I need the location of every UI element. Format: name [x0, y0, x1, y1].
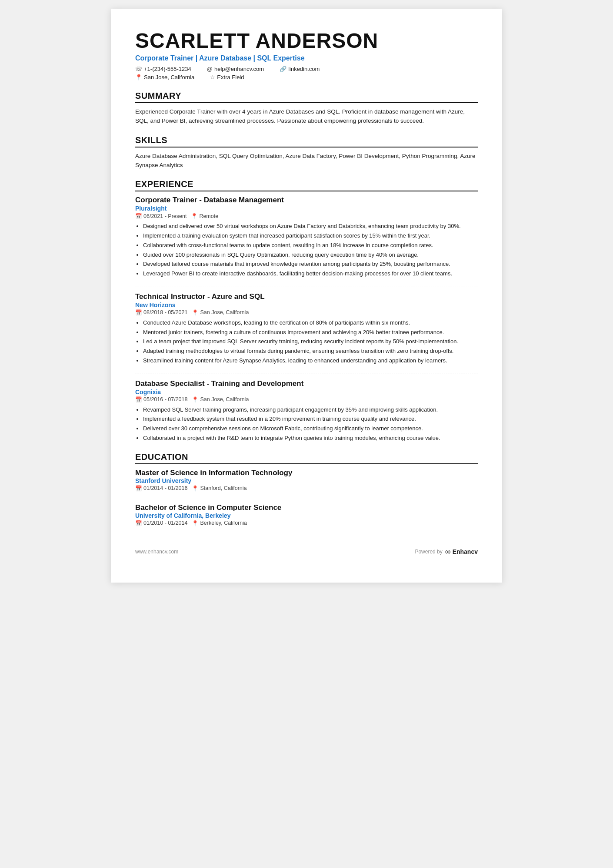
phone-value: +1-(234)-555-1234 [144, 66, 191, 72]
calendar-icon: 📅 [135, 485, 142, 492]
location-icon: 📍 [135, 74, 142, 80]
job-title: Technical Instructor - Azure and SQL [135, 292, 478, 301]
extra-field-value: Extra Field [217, 74, 244, 80]
bullet-item: Led a team project that improved SQL Ser… [143, 337, 478, 346]
edu-degree: Bachelor of Science in Computer Science [135, 503, 478, 512]
bullet-item: Collaborated with cross-functional teams… [143, 241, 478, 250]
infinity-icon: ∞ [445, 547, 450, 556]
bullet-item: Leveraged Power BI to create interactive… [143, 269, 478, 278]
summary-title: SUMMARY [135, 91, 478, 103]
footer-brand: Enhancv [453, 548, 478, 555]
edu-school: University of California, Berkeley [135, 512, 478, 519]
extra-field-contact: ☆ Extra Field [210, 74, 244, 80]
edu-dates: 📅 01/2010 - 01/2014 [135, 520, 187, 526]
job-dates: 📅 08/2018 - 05/2021 [135, 309, 187, 316]
contact-row-2: 📍 San Jose, California ☆ Extra Field [135, 74, 478, 81]
email-contact: @ help@enhancv.com [207, 66, 264, 72]
pin-icon: 📍 [192, 485, 199, 492]
location-contact: 📍 San Jose, California [135, 74, 194, 80]
edu-location: 📍 Berkeley, California [192, 520, 247, 526]
bullet-item: Delivered over 30 comprehensive sessions… [143, 424, 478, 433]
skills-section: SKILLS Azure Database Administration, SQ… [135, 135, 478, 170]
summary-text: Experienced Corporate Trainer with over … [135, 107, 478, 126]
bullets-list: Designed and delivered over 50 virtual w… [135, 222, 478, 278]
powered-by-label: Powered by [415, 549, 442, 555]
bullet-item: Implemented a feedback system that resul… [143, 415, 478, 423]
experience-section: EXPERIENCE Corporate Trainer - Database … [135, 179, 478, 442]
edu-item: Master of Science in Information Technol… [135, 469, 478, 492]
bullet-item: Mentored junior trainers, fostering a cu… [143, 328, 478, 337]
bullet-item: Collaborated in a project with the R&D t… [143, 434, 478, 442]
pin-icon: 📍 [191, 213, 198, 219]
linkedin-contact: 🔗 linkedin.com [280, 66, 320, 72]
pin-icon: 📍 [192, 396, 199, 403]
edu-location: 📍 Stanford, California [192, 485, 247, 492]
resume-page: SCARLETT ANDERSON Corporate Trainer | Az… [111, 9, 502, 583]
job-item: Corporate Trainer - Database Management … [135, 196, 478, 278]
bullet-item: Adapted training methodologies to virtua… [143, 347, 478, 355]
summary-section: SUMMARY Experienced Corporate Trainer wi… [135, 91, 478, 126]
jobs-list: Corporate Trainer - Database Management … [135, 196, 478, 442]
email-value: help@enhancv.com [214, 66, 264, 72]
calendar-icon: 📅 [135, 309, 142, 316]
job-dates: 📅 05/2016 - 07/2018 [135, 396, 187, 403]
job-location: 📍 Remote [191, 213, 218, 219]
job-meta: 📅 06/2021 - Present 📍 Remote [135, 213, 478, 219]
skills-title: SKILLS [135, 135, 478, 147]
email-icon: @ [207, 66, 213, 72]
bullet-item: Developed tailored course materials that… [143, 260, 478, 268]
edu-dates: 📅 01/2014 - 01/2016 [135, 485, 187, 492]
edu-item: Bachelor of Science in Computer Science … [135, 503, 478, 526]
edu-school: Stanford University [135, 477, 478, 484]
pin-icon: 📍 [192, 520, 199, 526]
linkedin-value: linkedin.com [288, 66, 320, 72]
job-location: 📍 San Jose, California [192, 309, 249, 316]
edu-degree: Master of Science in Information Technol… [135, 469, 478, 477]
candidate-name: SCARLETT ANDERSON [135, 30, 478, 53]
job-dates: 📅 06/2021 - Present [135, 213, 187, 219]
education-list: Master of Science in Information Technol… [135, 469, 478, 526]
bullets-list: Conducted Azure Database workshops, lead… [135, 318, 478, 365]
calendar-icon: 📅 [135, 520, 142, 526]
edu-meta: 📅 01/2010 - 01/2014 📍 Berkeley, Californ… [135, 520, 478, 526]
job-company: Pluralsight [135, 205, 478, 212]
job-divider [135, 373, 478, 373]
bullets-list: Revamped SQL Server training programs, i… [135, 406, 478, 442]
edu-divider [135, 498, 478, 498]
experience-title: EXPERIENCE [135, 179, 478, 191]
bullet-item: Streamlined training content for Azure S… [143, 356, 478, 365]
header: SCARLETT ANDERSON Corporate Trainer | Az… [135, 30, 478, 81]
bullet-item: Designed and delivered over 50 virtual w… [143, 222, 478, 231]
footer: www.enhancv.com Powered by ∞ Enhancv [135, 547, 478, 556]
bullet-item: Conducted Azure Database workshops, lead… [143, 318, 478, 327]
job-item: Technical Instructor - Azure and SQL New… [135, 292, 478, 365]
job-title: Database Specialist - Training and Devel… [135, 379, 478, 388]
job-meta: 📅 08/2018 - 05/2021 📍 San Jose, Californ… [135, 309, 478, 316]
link-icon: 🔗 [280, 66, 287, 72]
phone-icon: ☏ [135, 66, 142, 72]
edu-meta: 📅 01/2014 - 01/2016 📍 Stanford, Californ… [135, 485, 478, 492]
location-value: San Jose, California [144, 74, 194, 80]
bullet-item: Implemented a training evaluation system… [143, 231, 478, 240]
job-title: Corporate Trainer - Database Management [135, 196, 478, 204]
bullet-item: Revamped SQL Server training programs, i… [143, 406, 478, 414]
job-meta: 📅 05/2016 - 07/2018 📍 San Jose, Californ… [135, 396, 478, 403]
calendar-icon: 📅 [135, 213, 142, 219]
candidate-title: Corporate Trainer | Azure Database | SQL… [135, 54, 478, 62]
footer-website: www.enhancv.com [135, 549, 178, 555]
calendar-icon: 📅 [135, 396, 142, 403]
job-item: Database Specialist - Training and Devel… [135, 379, 478, 442]
job-company: New Horizons [135, 302, 478, 308]
pin-icon: 📍 [192, 309, 199, 316]
phone-contact: ☏ +1-(234)-555-1234 [135, 66, 191, 72]
contact-row-1: ☏ +1-(234)-555-1234 @ help@enhancv.com 🔗… [135, 66, 478, 73]
job-company: Cognixia [135, 389, 478, 395]
job-location: 📍 San Jose, California [192, 396, 249, 403]
education-title: EDUCATION [135, 452, 478, 464]
footer-powered-by: Powered by ∞ Enhancv [415, 547, 478, 556]
job-divider [135, 286, 478, 286]
education-section: EDUCATION Master of Science in Informati… [135, 452, 478, 526]
skills-text: Azure Database Administration, SQL Query… [135, 152, 478, 170]
star-icon: ☆ [210, 74, 215, 80]
bullet-item: Guided over 100 professionals in SQL Que… [143, 251, 478, 259]
